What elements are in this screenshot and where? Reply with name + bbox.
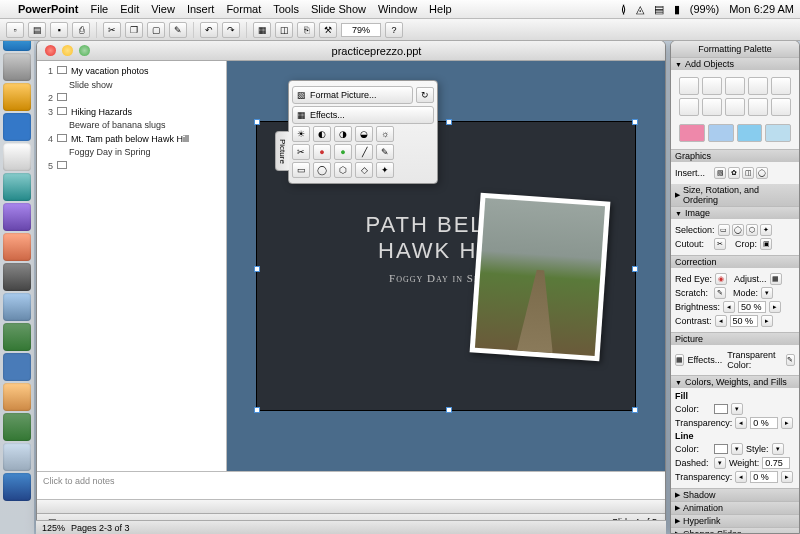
open-button[interactable]: ▤ — [28, 22, 46, 38]
new-button[interactable]: ▫ — [6, 22, 24, 38]
rotate-icon[interactable]: ● — [313, 144, 331, 160]
dock-app-icon[interactable] — [3, 293, 31, 321]
undo-button[interactable]: ↶ — [200, 22, 218, 38]
brightness-down-icon[interactable]: ◐ — [313, 126, 331, 142]
outline-title[interactable]: Hiking Hazards — [71, 106, 132, 120]
layout-thumb[interactable] — [725, 77, 745, 95]
outline-pane[interactable]: 1My vacation photos Slide show 2 3Hiking… — [37, 61, 227, 471]
layout-thumb[interactable] — [702, 77, 722, 95]
dock-powerpoint-icon[interactable] — [3, 383, 31, 411]
mode-dropdown[interactable]: ▾ — [761, 287, 773, 299]
org-thumb[interactable] — [737, 124, 763, 142]
slide-icon[interactable] — [57, 134, 67, 142]
eyedropper-icon[interactable]: ✎ — [786, 354, 795, 366]
outline-sub[interactable]: Slide show — [43, 79, 220, 93]
section-change-slides[interactable]: ▶Change Slides — [671, 528, 799, 534]
inserted-photo[interactable] — [470, 193, 611, 362]
recolor-icon[interactable]: ☼ — [376, 126, 394, 142]
decrement-button[interactable]: ◂ — [735, 417, 747, 429]
menu-format[interactable]: Format — [226, 3, 261, 15]
shape-callout-icon[interactable]: ◇ — [355, 162, 373, 178]
section-image[interactable]: ▼Image — [671, 207, 799, 219]
layout-thumb[interactable] — [748, 98, 768, 116]
adjust-icon[interactable]: ▦ — [770, 273, 782, 285]
app-menu[interactable]: PowerPoint — [18, 3, 79, 15]
fill-transparency-field[interactable]: 0 % — [750, 417, 778, 429]
dock-sysprefs-icon[interactable] — [3, 53, 31, 81]
menu-edit[interactable]: Edit — [120, 3, 139, 15]
dock-app-icon[interactable] — [3, 173, 31, 201]
cut-button[interactable]: ✂ — [103, 22, 121, 38]
outline-title[interactable]: Mt. Tam path below Hawk Hill — [71, 133, 189, 147]
decrement-button[interactable]: ◂ — [715, 315, 727, 327]
org-thumb[interactable] — [765, 124, 791, 142]
menu-file[interactable]: File — [91, 3, 109, 15]
layout-thumb[interactable] — [748, 77, 768, 95]
shape-rect-icon[interactable]: ▭ — [292, 162, 310, 178]
titlebar[interactable]: practiceprezzo.ppt — [37, 41, 665, 61]
crop-icon[interactable]: ▣ — [760, 238, 772, 250]
paste-button[interactable]: ▢ — [147, 22, 165, 38]
selection-handle[interactable] — [446, 407, 452, 413]
dock-app-icon[interactable] — [3, 233, 31, 261]
line-icon[interactable]: ╱ — [355, 144, 373, 160]
insert-shape-icon[interactable]: ◯ — [756, 167, 768, 179]
hyperlink-button[interactable]: ⎘ — [297, 22, 315, 38]
format-picture-button[interactable]: ▧Format Picture... — [292, 86, 413, 104]
bg-zoom[interactable]: 125% — [42, 523, 65, 533]
outline-sub[interactable]: Foggy Day in Spring — [43, 146, 220, 160]
section-colors[interactable]: ▼Colors, Weights, and Fills — [671, 376, 799, 388]
menu-window[interactable]: Window — [378, 3, 417, 15]
dock-app-icon[interactable] — [3, 83, 31, 111]
layout-thumb[interactable] — [679, 77, 699, 95]
airport-icon[interactable]: ◬ — [636, 3, 644, 16]
insert-picture-icon[interactable]: ▧ — [714, 167, 726, 179]
redeye-icon[interactable]: ◉ — [715, 273, 727, 285]
org-thumb[interactable] — [679, 124, 705, 142]
format-painter-button[interactable]: ✎ — [169, 22, 187, 38]
increment-button[interactable]: ▸ — [781, 471, 793, 483]
effects-button[interactable]: ▦Effects... — [292, 106, 434, 124]
decrement-button[interactable]: ◂ — [723, 301, 735, 313]
dock-excel-icon[interactable] — [3, 413, 31, 441]
insert-chart-icon[interactable]: ◫ — [742, 167, 754, 179]
selection-handle[interactable] — [632, 119, 638, 125]
section-animation[interactable]: ▶Animation — [671, 502, 799, 514]
slide-icon[interactable] — [57, 161, 67, 169]
menu-view[interactable]: View — [151, 3, 175, 15]
section-hyperlink[interactable]: ▶Hyperlink — [671, 515, 799, 527]
toolbox-button[interactable]: ⚒ — [319, 22, 337, 38]
fill-color-swatch[interactable] — [714, 404, 728, 414]
selection-handle[interactable] — [254, 119, 260, 125]
menu-tools[interactable]: Tools — [273, 3, 299, 15]
picture-tab[interactable]: Picture — [275, 131, 289, 171]
wand-icon[interactable]: ✎ — [376, 144, 394, 160]
scratch-icon[interactable]: ✎ — [714, 287, 726, 299]
formatting-palette[interactable]: Formatting Palette ▼Add Objects Graphics… — [670, 40, 800, 534]
menu-help[interactable]: Help — [429, 3, 452, 15]
save-button[interactable]: ▪ — [50, 22, 68, 38]
line-color-swatch[interactable] — [714, 444, 728, 454]
section-shadow[interactable]: ▶Shadow — [671, 489, 799, 501]
selection-handle[interactable] — [446, 119, 452, 125]
outline-title[interactable]: My vacation photos — [71, 65, 149, 79]
contrast-down-icon[interactable]: ◒ — [355, 126, 373, 142]
layout-thumb[interactable] — [771, 77, 791, 95]
line-weight-field[interactable]: 0.75 — [762, 457, 790, 469]
slide-icon[interactable] — [57, 93, 67, 101]
sel-rect-icon[interactable]: ▭ — [718, 224, 730, 236]
clock[interactable]: Mon 6:29 AM — [729, 3, 794, 15]
crop-icon[interactable]: ✂ — [292, 144, 310, 160]
style-dropdown[interactable]: ▾ — [772, 443, 784, 455]
zoom-button[interactable] — [79, 45, 90, 56]
dropdown-icon[interactable]: ▾ — [731, 443, 743, 455]
bluetooth-icon[interactable]: ≬ — [621, 3, 626, 16]
contrast-up-icon[interactable]: ◑ — [334, 126, 352, 142]
dropdown-icon[interactable]: ▾ — [731, 403, 743, 415]
zoom-field[interactable] — [341, 23, 381, 37]
increment-button[interactable]: ▸ — [769, 301, 781, 313]
picture-toolbar[interactable]: Picture ▧Format Picture... ↻ ▦Effects...… — [288, 80, 438, 184]
redo-button[interactable]: ↷ — [222, 22, 240, 38]
dock-app-icon[interactable] — [3, 443, 31, 471]
transparency-icon[interactable]: ● — [334, 144, 352, 160]
